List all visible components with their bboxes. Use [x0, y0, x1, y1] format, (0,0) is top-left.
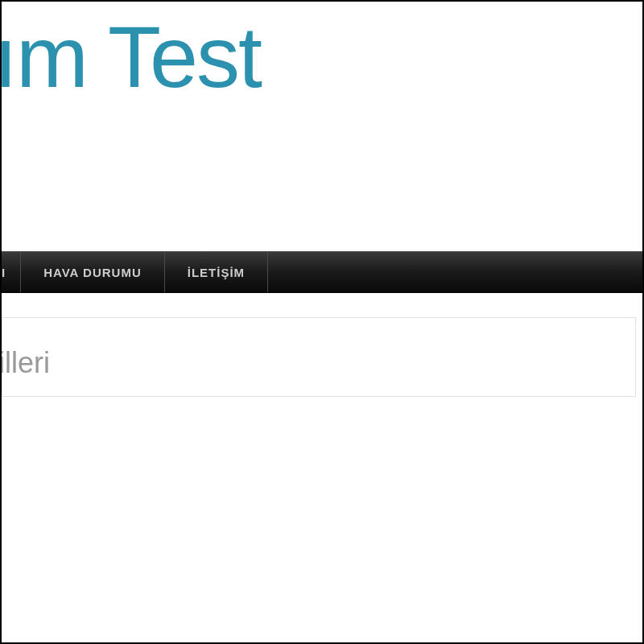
nav-item-contact[interactable]: İLETİŞİM: [165, 252, 268, 292]
nav-item-label: HAVA DURUMU: [43, 266, 142, 279]
page-container: ım Test I HAVA DURUMU İLETİŞİM illeri: [2, 2, 642, 642]
content-box: illeri: [2, 317, 636, 397]
content-area: illeri: [2, 293, 642, 397]
nav-item-weather[interactable]: HAVA DURUMU: [21, 252, 165, 292]
navbar: I HAVA DURUMU İLETİŞİM: [2, 251, 642, 293]
header: ım Test: [2, 2, 642, 251]
nav-item-partial[interactable]: I: [2, 252, 21, 292]
nav-item-label: İLETİŞİM: [188, 266, 245, 279]
nav-item-label: I: [2, 266, 6, 279]
content-title: illeri: [0, 346, 635, 380]
site-title: ım Test: [0, 2, 642, 101]
